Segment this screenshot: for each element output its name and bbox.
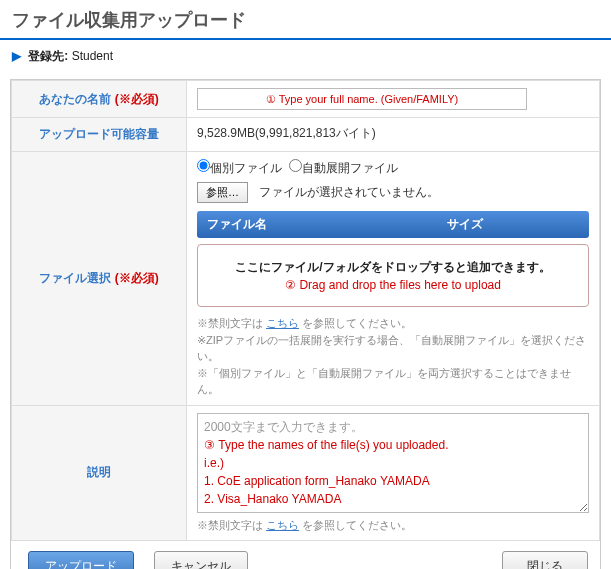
name-label-cell: あなたの名前 (※必須) <box>12 81 187 118</box>
close-button[interactable]: 閉じる <box>502 551 588 569</box>
browse-button[interactable]: 参照… <box>197 182 248 203</box>
hint3: ※「個別ファイル」と「自動展開ファイル」を両方選択することはできません。 <box>197 365 589 398</box>
file-required: (※必須) <box>115 271 159 285</box>
file-value-cell: 個別ファイル 自動展開ファイル 参照… ファイルが選択されていません。 ファイル… <box>187 152 600 406</box>
upload-button[interactable]: アップロード <box>28 551 134 569</box>
file-label: ファイル選択 <box>39 271 111 285</box>
file-col-size: サイズ <box>437 211 589 238</box>
desc-line1: ③ Type the names of the file(s) you uplo… <box>204 438 448 452</box>
hint1-prefix: ※禁則文字は <box>197 317 266 329</box>
radio-auto[interactable]: 自動展開ファイル <box>289 161 398 175</box>
capacity-label-cell: アップロード可能容量 <box>12 118 187 152</box>
desc-line3: 1. CoE application form_Hanako YAMADA <box>204 474 430 488</box>
file-drop-zone[interactable]: ここにファイル/フォルダをドロップすると追加できます。 ② Drag and d… <box>197 244 589 307</box>
name-value-cell: ① Type your full name. (Given/FAMILY) <box>187 81 600 118</box>
name-required: (※必須) <box>115 92 159 106</box>
page-title: ファイル収集用アップロード <box>0 0 611 40</box>
destination-row: ▶ 登録先: Student <box>0 40 611 73</box>
file-list-header: ファイル名 サイズ <box>197 211 589 238</box>
radio-individual-label: 個別ファイル <box>210 161 282 175</box>
desc-line5: 3. passport_Hanako YAMADA <box>204 510 364 513</box>
browse-row: 参照… ファイルが選択されていません。 <box>197 182 589 203</box>
radio-individual-input[interactable] <box>197 159 210 172</box>
form-panel: あなたの名前 (※必須) ① Type your full name. (Giv… <box>10 79 601 569</box>
capacity-value: 9,528.9MB(9,991,821,813バイト) <box>197 126 376 140</box>
radio-individual[interactable]: 個別ファイル <box>197 161 282 175</box>
desc-hint-link[interactable]: こちら <box>266 519 299 531</box>
file-label-cell: ファイル選択 (※必須) <box>12 152 187 406</box>
cancel-button[interactable]: キャンセル <box>154 551 248 569</box>
destination-label: 登録先: <box>28 49 68 63</box>
drop-text-jp: ここにファイル/フォルダをドロップすると追加できます。 <box>206 259 580 276</box>
radio-auto-label: 自動展開ファイル <box>302 161 398 175</box>
desc-hint-prefix: ※禁則文字は <box>197 519 266 531</box>
file-col-name: ファイル名 <box>197 211 437 238</box>
hint1-link[interactable]: こちら <box>266 317 299 329</box>
drop-text-en: ② Drag and drop the files here to upload <box>206 278 580 292</box>
no-file-text: ファイルが選択されていません。 <box>259 185 439 199</box>
destination-value: Student <box>72 49 113 63</box>
desc-label-cell: 説明 <box>12 405 187 541</box>
name-input[interactable]: ① Type your full name. (Given/FAMILY) <box>197 88 527 110</box>
capacity-value-cell: 9,528.9MB(9,991,821,813バイト) <box>187 118 600 152</box>
desc-placeholder: 2000文字まで入力できます。 <box>204 420 363 434</box>
description-textarea[interactable]: 2000文字まで入力できます。 ③ Type the names of the … <box>197 413 589 513</box>
form-table: あなたの名前 (※必須) ① Type your full name. (Giv… <box>11 80 600 541</box>
desc-line2: i.e.) <box>204 456 224 470</box>
hint1-suffix: を参照してください。 <box>299 317 412 329</box>
button-row: アップロード ④ Press "Upload" キャンセル Cancel 閉じる <box>11 541 600 569</box>
name-label: あなたの名前 <box>39 92 111 106</box>
desc-hint: ※禁則文字は こちら を参照してください。 <box>197 517 589 534</box>
hint2: ※ZIPファイルの一括展開を実行する場合、「自動展開ファイル」を選択ください。 <box>197 332 589 365</box>
file-radio-row: 個別ファイル 自動展開ファイル <box>197 159 589 177</box>
arrow-icon: ▶ <box>12 49 21 63</box>
file-hints: ※禁則文字は こちら を参照してください。 ※ZIPファイルの一括展開を実行する… <box>197 315 589 398</box>
desc-value-cell: 2000文字まで入力できます。 ③ Type the names of the … <box>187 405 600 541</box>
desc-hint-suffix: を参照してください。 <box>299 519 412 531</box>
capacity-label: アップロード可能容量 <box>39 127 159 141</box>
radio-auto-input[interactable] <box>289 159 302 172</box>
desc-line4: 2. Visa_Hanako YAMADA <box>204 492 341 506</box>
desc-label: 説明 <box>87 465 111 479</box>
